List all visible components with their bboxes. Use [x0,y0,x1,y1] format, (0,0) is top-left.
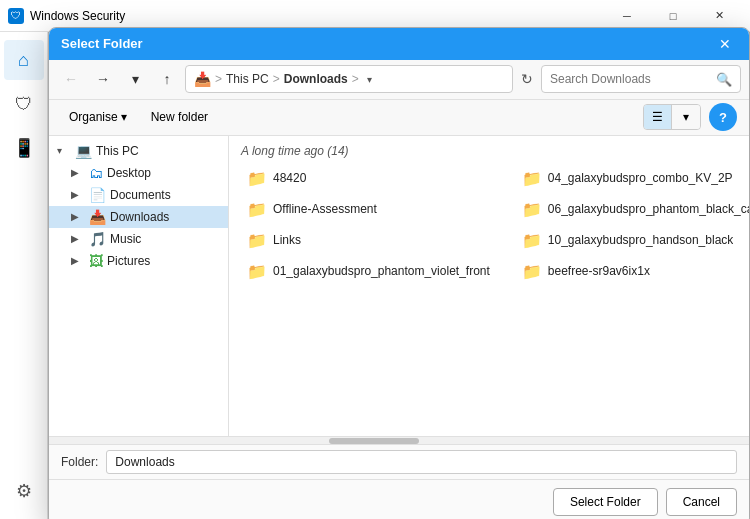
tree-item-documents[interactable]: ▶ 📄 Documents [49,184,228,206]
app-body: ⌂ 🛡 📱 ⚙ Privacy Statement Select Folder … [0,32,750,519]
recent-button[interactable]: ▾ [121,65,149,93]
folder-icon: 📁 [522,169,542,188]
folder-input[interactable] [106,450,737,474]
dialog-secondary-toolbar: Organise ▾ New folder ☰ ▾ ? [49,100,749,136]
select-folder-button[interactable]: Select Folder [553,488,658,516]
dialog-title: Select Folder [61,36,713,51]
sidebar-gear-icon[interactable]: ⚙ [4,471,44,511]
folder-icon: 📁 [522,231,542,250]
folder-icon: 📁 [522,200,542,219]
scroll-thumb[interactable] [329,438,419,444]
file-item-beefree[interactable]: 📁 beefree-sr9av6ix1x [516,259,749,284]
refresh-button[interactable]: ↻ [517,71,537,87]
win-sidebar: ⌂ 🛡 📱 ⚙ [0,32,48,519]
tree-item-music[interactable]: ▶ 🎵 Music [49,228,228,250]
tree-item-downloads[interactable]: ▶ 📥 Downloads [49,206,228,228]
dialog-close-button[interactable]: ✕ [713,32,737,56]
file-items: 📁 48420 📁 04_galaxybudspro_combo_KV_2P 📁 [241,166,737,284]
dialog-nav-toolbar: ← → ▾ ↑ 📥 > This PC > Downloads > ▾ [49,60,749,100]
address-thispc[interactable]: This PC [226,72,269,86]
app-title: Windows Security [30,9,604,23]
list-view-button[interactable]: ☰ [644,105,672,129]
folder-icon: 📁 [522,262,542,281]
organise-button[interactable]: Organise ▾ [61,106,135,128]
folder-tree: ▾ 💻 This PC ▶ 🗂 Desktop ▶ [49,136,229,436]
file-item-galaxybuds-phantom[interactable]: 📁 06_galaxybudspro_phantom_black_case_fr… [516,197,749,222]
win-main: Privacy Statement Select Folder ✕ ← → ▾ … [48,32,750,519]
tree-item-pictures[interactable]: ▶ 🖼 Pictures [49,250,228,272]
dialog-overlay: Select Folder ✕ ← → ▾ ↑ 📥 > This PC [48,32,750,519]
app-icon: 🛡 [8,8,24,24]
search-icon: 🔍 [716,72,732,87]
file-item-galaxybuds-combo[interactable]: 📁 04_galaxybudspro_combo_KV_2P [516,166,749,191]
folder-icon: 📁 [247,169,267,188]
dialog-actions: Select Folder Cancel [49,480,749,520]
back-button[interactable]: ← [57,65,85,93]
folder-icon: 📁 [247,262,267,281]
search-box[interactable]: 🔍 [541,65,741,93]
tree-item-thispc[interactable]: ▾ 💻 This PC [49,140,228,162]
cancel-button[interactable]: Cancel [666,488,737,516]
file-item-galaxybuds-violet[interactable]: 📁 01_galaxybudspro_phantom_violet_front [241,259,496,284]
folder-bar: Folder: [49,444,749,480]
folder-icon: 📁 [247,231,267,250]
folder-label: Folder: [61,455,98,469]
sidebar-home-icon[interactable]: ⌂ [4,40,44,80]
file-item-48420[interactable]: 📁 48420 [241,166,496,191]
sidebar-shield-icon[interactable]: 🛡 [4,84,44,124]
new-folder-button[interactable]: New folder [143,106,216,128]
dialog-content: ▾ 💻 This PC ▶ 🗂 Desktop ▶ [49,136,749,436]
horizontal-scrollbar[interactable] [49,436,749,444]
select-folder-dialog: Select Folder ✕ ← → ▾ ↑ 📥 > This PC [48,27,750,520]
section-header: A long time ago (14) [241,144,737,158]
up-button[interactable]: ↑ [153,65,181,93]
search-input[interactable] [550,72,712,86]
dialog-titlebar: Select Folder ✕ [49,28,749,60]
help-button[interactable]: ? [709,103,737,131]
address-expand-icon[interactable]: ▾ [367,74,372,85]
folder-icon: 📁 [247,200,267,219]
address-bar[interactable]: 📥 > This PC > Downloads > ▾ [185,65,513,93]
forward-button[interactable]: → [89,65,117,93]
view-buttons: ☰ ▾ [643,104,701,130]
file-item-offline[interactable]: 📁 Offline-Assessment [241,197,496,222]
file-grid: A long time ago (14) 📁 48420 📁 04_galaxy… [229,136,749,436]
sidebar-phone-icon[interactable]: 📱 [4,128,44,168]
address-downloads[interactable]: Downloads [284,72,348,86]
details-view-button[interactable]: ▾ [672,105,700,129]
file-item-galaxybuds-handson[interactable]: 📁 10_galaxybudspro_handson_black [516,228,749,253]
file-item-links[interactable]: 📁 Links [241,228,496,253]
windows-security-window: 🛡 Windows Security ─ □ ✕ ⌂ 🛡 📱 ⚙ Privacy… [0,0,750,519]
tree-item-desktop[interactable]: ▶ 🗂 Desktop [49,162,228,184]
